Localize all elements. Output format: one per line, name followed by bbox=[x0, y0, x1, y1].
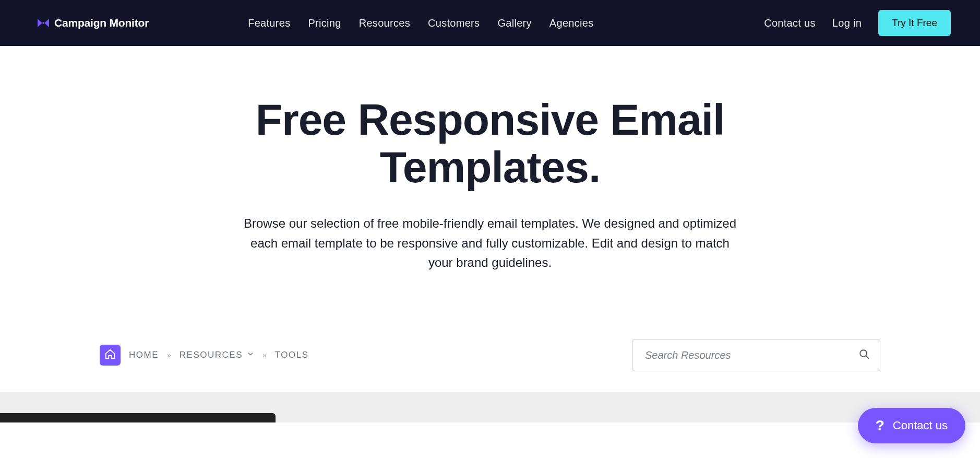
breadcrumb-tools[interactable]: TOOLS bbox=[275, 350, 309, 360]
contact-widget-label: Contact us bbox=[893, 419, 948, 422]
page-description: Browse our selection of free mobile-frie… bbox=[240, 214, 740, 272]
breadcrumb-separator: » bbox=[167, 351, 171, 359]
primary-nav: Features Pricing Resources Customers Gal… bbox=[248, 17, 593, 29]
nav-customers[interactable]: Customers bbox=[428, 17, 480, 29]
hero-section: Free Responsive Email Templates. Browse … bbox=[156, 46, 824, 303]
try-free-button[interactable]: Try It Free bbox=[878, 10, 951, 36]
site-header: Campaign Monitor Features Pricing Resour… bbox=[0, 0, 980, 46]
nav-login[interactable]: Log in bbox=[832, 17, 862, 29]
search-input[interactable] bbox=[632, 339, 880, 371]
breadcrumb-separator: » bbox=[262, 351, 267, 359]
bottom-overlay bbox=[0, 413, 276, 422]
contact-widget[interactable]: ? Contact us bbox=[858, 408, 965, 422]
envelope-icon bbox=[38, 19, 49, 27]
nav-features[interactable]: Features bbox=[248, 17, 290, 29]
home-icon bbox=[104, 348, 116, 362]
svg-line-1 bbox=[866, 356, 869, 359]
search-container bbox=[632, 339, 880, 371]
secondary-nav: Contact us Log in Try It Free bbox=[764, 10, 951, 36]
search-icon[interactable] bbox=[858, 348, 870, 362]
breadcrumb-resources[interactable]: RESOURCES bbox=[180, 350, 254, 360]
footer-strip bbox=[0, 392, 980, 422]
nav-gallery[interactable]: Gallery bbox=[497, 17, 531, 29]
breadcrumb-home-button[interactable] bbox=[100, 345, 121, 366]
brand-logo[interactable]: Campaign Monitor bbox=[38, 17, 149, 29]
nav-contact-us[interactable]: Contact us bbox=[764, 17, 816, 29]
page-title: Free Responsive Email Templates. bbox=[177, 96, 803, 191]
chevron-down-icon bbox=[247, 350, 254, 360]
brand-name: Campaign Monitor bbox=[54, 17, 149, 29]
question-icon: ? bbox=[876, 417, 885, 422]
breadcrumb-row: HOME » RESOURCES » TOOLS bbox=[100, 339, 880, 392]
nav-pricing[interactable]: Pricing bbox=[308, 17, 341, 29]
breadcrumb-resources-label: RESOURCES bbox=[180, 350, 243, 360]
breadcrumb-home[interactable]: HOME bbox=[129, 350, 159, 360]
nav-agencies[interactable]: Agencies bbox=[549, 17, 594, 29]
nav-resources[interactable]: Resources bbox=[359, 17, 410, 29]
